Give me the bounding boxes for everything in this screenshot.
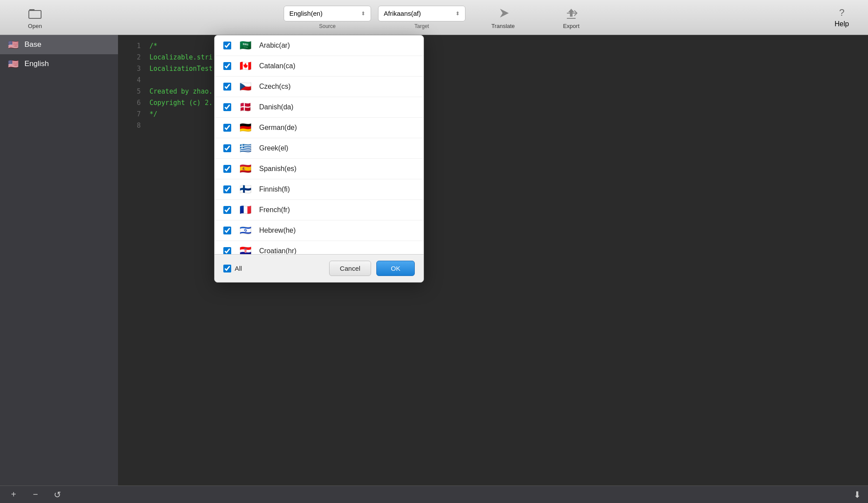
modal-footer-buttons: Cancel OK <box>329 261 415 276</box>
flag-el: 🇬🇷 <box>237 143 253 154</box>
help-button[interactable]: ? Help <box>824 7 859 28</box>
translate-icon <box>495 5 511 21</box>
checkbox-ca[interactable] <box>223 62 231 70</box>
open-icon <box>27 5 43 21</box>
cancel-button[interactable]: Cancel <box>329 261 372 276</box>
help-icon: ? <box>839 7 844 18</box>
flag-he: 🇮🇱 <box>237 225 253 236</box>
help-label: Help <box>835 20 849 28</box>
flag-cs: 🇨🇿 <box>237 81 253 92</box>
lang-de: German(de) <box>259 124 297 132</box>
open-label: Open <box>28 23 42 29</box>
all-checkbox-label[interactable]: All <box>223 265 242 272</box>
checkbox-he[interactable] <box>223 227 231 234</box>
flag-es: 🇪🇸 <box>237 163 253 175</box>
toolbar: Open English(en) ⬍ Source Afrikaans(af) … <box>0 0 868 35</box>
language-row-fr[interactable]: 🇫🇷 French(fr) <box>215 200 424 220</box>
language-row-hr[interactable]: 🇭🇷 Croatian(hr) <box>215 241 424 254</box>
bottom-bar: + − ↺ ⬇ <box>0 486 868 503</box>
checkbox-da[interactable] <box>223 103 231 111</box>
svg-marker-2 <box>500 9 509 17</box>
open-button[interactable]: Open <box>9 5 61 29</box>
all-checkbox[interactable] <box>223 265 231 272</box>
checkbox-fi[interactable] <box>223 185 231 193</box>
lang-cs: Czech(cs) <box>259 83 291 91</box>
lang-da: Danish(da) <box>259 103 293 111</box>
english-label: English <box>24 59 49 68</box>
language-row-el[interactable]: 🇬🇷 Greek(el) <box>215 138 424 159</box>
target-arrows: ⬍ <box>455 10 460 17</box>
lang-he: Hebrew(he) <box>259 227 296 234</box>
download-button[interactable]: ⬇ <box>854 489 861 500</box>
sidebar-item-base[interactable]: 🇺🇸 Base <box>0 35 118 54</box>
remove-button[interactable]: − <box>29 488 42 501</box>
target-dropdown[interactable]: Afrikaans(af) ⬍ <box>378 6 465 21</box>
language-row-de[interactable]: 🇩🇪 German(de) <box>215 118 424 138</box>
flag-ca: 🇨🇦 <box>237 60 253 72</box>
language-row-he[interactable]: 🇮🇱 Hebrew(he) <box>215 220 424 241</box>
add-button[interactable]: + <box>7 488 20 501</box>
checkbox-el[interactable] <box>223 144 231 152</box>
lang-hr: Croatian(hr) <box>259 247 296 254</box>
base-flag: 🇺🇸 <box>7 40 19 49</box>
language-row-es[interactable]: 🇪🇸 Spanish(es) <box>215 159 424 179</box>
svg-rect-1 <box>29 10 41 18</box>
language-row-cs[interactable]: 🇨🇿 Czech(cs) <box>215 77 424 97</box>
flag-fi: 🇫🇮 <box>237 184 253 195</box>
language-list: 🇸🇦 Arabic(ar) 🇨🇦 Catalan(ca) 🇨🇿 Czech(cs… <box>215 35 424 254</box>
translate-label: Translate <box>491 23 515 29</box>
lang-ca: Catalan(ca) <box>259 62 295 70</box>
lang-el: Greek(el) <box>259 144 288 152</box>
language-row-fi[interactable]: 🇫🇮 Finnish(fi) <box>215 179 424 200</box>
main-content: 🇺🇸 Base 🇺🇸 English 1 /* 2 Localizable.st… <box>0 35 868 486</box>
lang-ar: Arabic(ar) <box>259 42 290 49</box>
english-flag: 🇺🇸 <box>7 59 19 68</box>
base-label: Base <box>24 40 42 49</box>
export-button[interactable]: Export <box>541 5 602 29</box>
source-value: English(en) <box>289 10 323 17</box>
translate-button[interactable]: Translate <box>472 5 534 29</box>
language-row-da[interactable]: 🇩🇰 Danish(da) <box>215 97 424 118</box>
all-label: All <box>235 265 242 272</box>
source-dropdown[interactable]: English(en) ⬍ <box>284 6 371 21</box>
lang-es: Spanish(es) <box>259 165 296 173</box>
checkbox-de[interactable] <box>223 124 231 132</box>
lang-fr: French(fr) <box>259 206 290 214</box>
refresh-button[interactable]: ↺ <box>51 488 64 501</box>
toolbar-center: English(en) ⬍ Source Afrikaans(af) ⬍ Tar… <box>61 5 824 29</box>
ok-button[interactable]: OK <box>376 261 415 276</box>
source-arrows: ⬍ <box>361 10 365 17</box>
export-icon <box>563 5 579 21</box>
sidebar-item-english[interactable]: 🇺🇸 English <box>0 54 118 73</box>
flag-da: 🇩🇰 <box>237 101 253 113</box>
sidebar: 🇺🇸 Base 🇺🇸 English <box>0 35 118 486</box>
target-label: Target <box>414 23 429 29</box>
language-row-ar[interactable]: 🇸🇦 Arabic(ar) <box>215 35 424 56</box>
flag-fr: 🇫🇷 <box>237 204 253 216</box>
checkbox-hr[interactable] <box>223 247 231 254</box>
flag-de: 🇩🇪 <box>237 122 253 133</box>
checkbox-es[interactable] <box>223 165 231 173</box>
flag-ar: 🇸🇦 <box>237 40 253 51</box>
modal-footer: All Cancel OK <box>215 254 424 282</box>
export-label: Export <box>563 23 580 29</box>
lang-fi: Finnish(fi) <box>259 185 290 193</box>
checkbox-ar[interactable] <box>223 42 231 49</box>
target-value: Afrikaans(af) <box>384 10 421 17</box>
source-label: Source <box>319 23 336 29</box>
language-row-ca[interactable]: 🇨🇦 Catalan(ca) <box>215 56 424 77</box>
checkbox-cs[interactable] <box>223 83 231 91</box>
flag-hr: 🇭🇷 <box>237 245 253 254</box>
language-selection-modal: 🇸🇦 Arabic(ar) 🇨🇦 Catalan(ca) 🇨🇿 Czech(cs… <box>214 35 424 283</box>
checkbox-fr[interactable] <box>223 206 231 214</box>
